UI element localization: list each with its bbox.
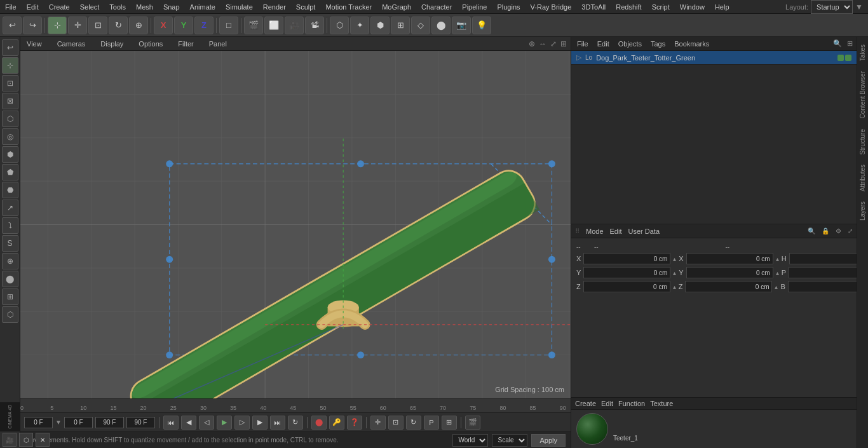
attr-settings-icon[interactable]: ⚙ (836, 227, 841, 234)
rotate-keyframe-button[interactable]: ↻ (406, 416, 421, 430)
obj-objects-menu[interactable]: Objects (616, 40, 644, 48)
move-keyframe-button[interactable]: ✛ (370, 416, 386, 430)
undo-button[interactable]: ↩ (3, 17, 22, 34)
takes-tab[interactable]: Takes (857, 39, 868, 66)
z-size-input[interactable] (685, 281, 772, 292)
render-region-button[interactable]: ⬜ (264, 17, 283, 34)
viewport-icon-2[interactable]: ↔ (539, 39, 546, 48)
light-button[interactable]: 💡 (472, 17, 491, 34)
menu-item-pipeline[interactable]: Pipeline (457, 3, 492, 11)
y-pos-input[interactable] (583, 267, 670, 278)
menu-item-snap[interactable]: Snap (158, 3, 185, 11)
attr-user-data-menu[interactable]: User Data (628, 227, 660, 235)
tool-15[interactable]: ⊞ (2, 288, 18, 305)
menu-item-tools[interactable]: Tools (104, 3, 131, 11)
menu-item-render[interactable]: Render (258, 3, 291, 11)
prev-frame-button[interactable]: ◀ (181, 416, 196, 430)
record-button[interactable]: ⬤ (311, 416, 327, 430)
p-input[interactable] (789, 267, 857, 278)
menu-item-script[interactable]: Script (647, 3, 675, 11)
play-button[interactable]: ▶ (217, 416, 232, 430)
param-button[interactable]: P (424, 416, 439, 430)
tool-14[interactable]: ⬤ (2, 271, 18, 287)
viewport-filter-menu[interactable]: Filter (175, 40, 196, 48)
layout-select[interactable]: Startup (811, 0, 853, 14)
menu-item-v-ray-bridge[interactable]: V-Ray Bridge (526, 3, 577, 11)
viewport-render-button[interactable]: 🎬 (244, 17, 263, 34)
next-frame-button[interactable]: ▶ (252, 416, 268, 430)
y-size-input[interactable] (686, 267, 773, 278)
menu-item-3dtoall[interactable]: 3DToAll (576, 3, 611, 11)
dope-sheet-button[interactable]: ⊞ (442, 416, 457, 430)
menu-item-character[interactable]: Character (416, 3, 457, 11)
mat-edit-menu[interactable]: Edit (601, 400, 613, 407)
z-pos-input[interactable] (583, 281, 670, 292)
record-button[interactable]: ⬤ (431, 17, 451, 34)
next-key-button[interactable]: ▷ (234, 416, 250, 430)
taskbar-icon-3[interactable]: ✕ (36, 433, 50, 447)
mat-create-menu[interactable]: Create (575, 400, 596, 407)
material-ball[interactable] (576, 413, 608, 445)
menu-item-window[interactable]: Window (675, 3, 710, 11)
tool-2[interactable]: ⊹ (2, 57, 18, 74)
h-input[interactable] (789, 253, 857, 264)
menu-item-mograph[interactable]: MoGraph (377, 3, 416, 11)
viewport-icon-3[interactable]: ⤢ (550, 39, 557, 48)
layout-expand-icon[interactable]: ▼ (855, 3, 863, 11)
timeline-ruler[interactable]: 051015202530354045505560657075808590 (20, 399, 571, 412)
top-view-button[interactable]: ⬡ (330, 17, 349, 34)
menu-item-select[interactable]: Select (75, 3, 105, 11)
viewport-canvas[interactable]: Perspective (20, 51, 571, 398)
structure-tab[interactable]: Structure (857, 124, 868, 160)
obj-bookmarks-menu[interactable]: Bookmarks (672, 40, 711, 48)
tool-6[interactable]: ◎ (2, 128, 18, 145)
obj-tags-menu[interactable]: Tags (649, 40, 667, 48)
mat-function-menu[interactable]: Function (618, 400, 645, 407)
obj-layout-icon[interactable]: ⊞ (847, 39, 853, 48)
menu-item-mesh[interactable]: Mesh (131, 3, 158, 11)
auto-key-button[interactable]: 🔑 (329, 416, 344, 430)
tool-11[interactable]: ⤵ (2, 217, 18, 234)
z-axis-button[interactable]: Z (194, 17, 214, 34)
grid-button[interactable]: ⊞ (391, 17, 410, 34)
tool-10[interactable]: ↗ (2, 200, 18, 216)
object-mode-button[interactable]: □ (219, 17, 238, 34)
obj-file-menu[interactable]: File (575, 40, 590, 48)
material-item-teeter[interactable] (576, 413, 608, 445)
attr-mode-menu[interactable]: Mode (586, 227, 604, 235)
obj-search-icon[interactable]: 🔍 (833, 39, 842, 48)
tool-4[interactable]: ⊠ (2, 93, 18, 109)
goto-end-button[interactable]: ⏭ (270, 416, 285, 430)
tool-5[interactable]: ⬡ (2, 111, 18, 127)
tool-13[interactable]: ⊕ (2, 253, 18, 269)
y-axis-button[interactable]: Y (174, 17, 193, 34)
cinema-button[interactable]: 🎬 (465, 416, 480, 430)
subdivide-button[interactable]: ⬢ (370, 17, 390, 34)
keyframe-button[interactable]: ❓ (347, 416, 362, 430)
viewport-cameras-menu[interactable]: Cameras (55, 40, 88, 48)
transform-tool-button[interactable]: ⊕ (129, 17, 148, 34)
x-size-input[interactable] (686, 253, 773, 264)
tool-1[interactable]: ↩ (2, 39, 18, 56)
menu-item-edit[interactable]: Edit (22, 3, 44, 11)
select-tool-button[interactable]: ⊹ (48, 17, 67, 34)
attr-lock-icon[interactable]: 🔒 (822, 227, 829, 234)
menu-item-create[interactable]: Create (44, 3, 75, 11)
move-tool-button[interactable]: ✛ (68, 17, 87, 34)
attributes-tab[interactable]: Attributes (857, 160, 868, 196)
obj-edit-menu[interactable]: Edit (595, 40, 611, 48)
menu-item-file[interactable]: File (0, 3, 22, 11)
content-browser-tab[interactable]: Content Browser (857, 66, 868, 123)
max-frame-input[interactable] (126, 417, 155, 428)
viewport-icon-1[interactable]: ⊕ (529, 39, 535, 48)
menu-item-sculpt[interactable]: Sculpt (291, 3, 321, 11)
rotate-tool-button[interactable]: ↻ (109, 17, 128, 34)
x-pos-input[interactable] (583, 253, 670, 264)
prev-key-button[interactable]: ◁ (199, 416, 214, 430)
attr-edit-menu[interactable]: Edit (610, 227, 622, 235)
attr-expand-icon[interactable]: ⤢ (848, 227, 853, 234)
tool-12[interactable]: S (2, 235, 18, 252)
b-input[interactable] (788, 281, 857, 292)
add-point-button[interactable]: ✦ (350, 17, 369, 34)
x-axis-button[interactable]: X (154, 17, 173, 34)
